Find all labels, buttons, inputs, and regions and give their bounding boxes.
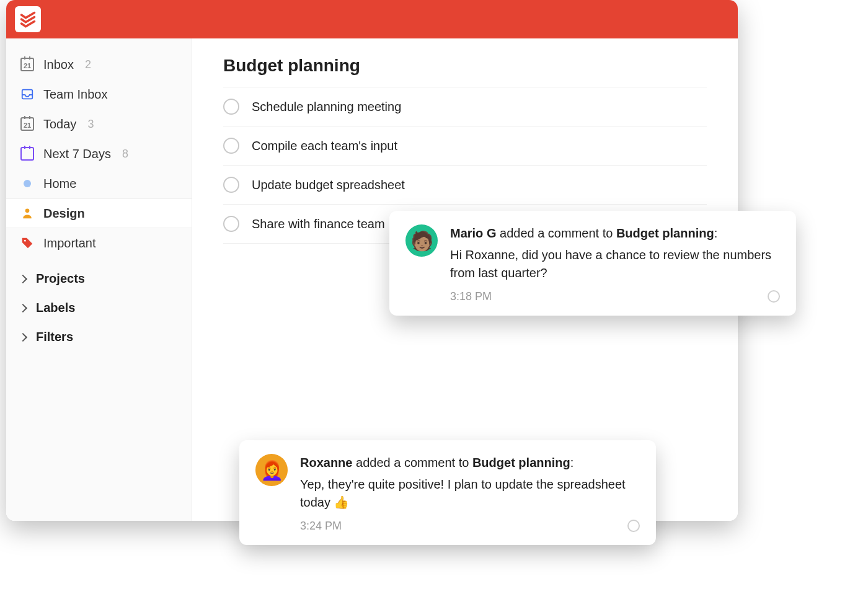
task-checkbox-icon[interactable] bbox=[223, 216, 239, 232]
avatar-emoji: 🧑🏽 bbox=[410, 230, 433, 252]
sidebar-item-home[interactable]: Home bbox=[6, 169, 192, 198]
sidebar-section-label: Projects bbox=[36, 272, 85, 286]
task-row[interactable]: Update budget spreadsheet bbox=[223, 166, 707, 205]
sidebar-item-label: Team Inbox bbox=[43, 87, 107, 102]
chevron-right-icon bbox=[19, 332, 27, 341]
notification-heading: Mario G added a comment to Budget planni… bbox=[450, 224, 780, 242]
today-calendar-icon: 21 bbox=[20, 117, 35, 131]
task-row[interactable]: Compile each team's input bbox=[223, 126, 707, 166]
svg-point-2 bbox=[24, 240, 26, 242]
task-title: Schedule planning meeting bbox=[252, 100, 401, 114]
notification-time: 3:24 PM bbox=[300, 518, 342, 534]
sidebar-section-label: Filters bbox=[36, 330, 73, 344]
sidebar-section-labels[interactable]: Labels bbox=[6, 293, 192, 322]
notification-project: Budget planning bbox=[616, 226, 714, 240]
task-checkbox-icon[interactable] bbox=[223, 138, 239, 154]
avatar-emoji: 👩‍🦰 bbox=[260, 459, 283, 481]
person-icon bbox=[20, 206, 35, 221]
chevron-right-icon bbox=[19, 303, 27, 312]
task-title: Update budget spreadsheet bbox=[252, 178, 405, 192]
notification-message: Hi Roxanne, did you have a chance to rev… bbox=[450, 246, 780, 282]
avatar: 👩‍🦰 bbox=[255, 454, 288, 486]
sidebar-item-today[interactable]: 21 Today 3 bbox=[6, 109, 192, 139]
task-row[interactable]: Schedule planning meeting bbox=[223, 87, 707, 126]
notification-message: Yep, they're quite positive! I plan to u… bbox=[300, 476, 640, 512]
titlebar bbox=[6, 0, 738, 38]
sidebar: 21 Inbox 2 Team Inbox 21 Today 3 bbox=[6, 38, 192, 521]
task-checkbox-icon[interactable] bbox=[223, 99, 239, 115]
notification-card[interactable]: 🧑🏽 Mario G added a comment to Budget pla… bbox=[389, 211, 796, 316]
notification-time: 3:18 PM bbox=[450, 288, 492, 304]
sidebar-item-inbox[interactable]: 21 Inbox 2 bbox=[6, 50, 192, 79]
task-checkbox-icon[interactable] bbox=[223, 177, 239, 193]
notification-action: added a comment to bbox=[496, 226, 616, 240]
sidebar-item-count: 2 bbox=[85, 58, 91, 71]
notification-footer: 3:18 PM bbox=[450, 288, 780, 304]
task-title: Compile each team's input bbox=[252, 139, 397, 153]
notification-body: Mario G added a comment to Budget planni… bbox=[450, 224, 780, 304]
notification-heading: Roxanne added a comment to Budget planni… bbox=[300, 454, 640, 472]
sidebar-item-team-inbox[interactable]: Team Inbox bbox=[6, 79, 192, 109]
chevron-right-icon bbox=[19, 274, 27, 283]
inbox-calendar-icon: 21 bbox=[20, 57, 35, 72]
tag-icon bbox=[20, 236, 35, 251]
avatar: 🧑🏽 bbox=[405, 224, 438, 257]
sidebar-item-important[interactable]: Important bbox=[6, 228, 192, 258]
app-logo-icon bbox=[15, 6, 41, 32]
project-dot-icon bbox=[20, 176, 35, 191]
notification-action: added a comment to bbox=[352, 456, 472, 469]
sidebar-item-label: Inbox bbox=[43, 58, 74, 72]
sidebar-item-label: Today bbox=[43, 117, 76, 131]
sidebar-section-label: Labels bbox=[36, 301, 75, 315]
sidebar-item-design[interactable]: Design bbox=[6, 198, 192, 228]
mark-read-icon[interactable] bbox=[768, 290, 780, 303]
team-inbox-icon bbox=[20, 87, 35, 102]
sidebar-item-count: 8 bbox=[122, 148, 128, 161]
notification-author: Roxanne bbox=[300, 456, 352, 469]
sidebar-item-label: Next 7 Days bbox=[43, 147, 111, 161]
sidebar-item-label: Home bbox=[43, 177, 76, 191]
project-title: Budget planning bbox=[223, 56, 707, 76]
sidebar-item-label: Important bbox=[43, 236, 95, 251]
task-title: Share with finance team bbox=[252, 217, 385, 231]
notification-project: Budget planning bbox=[472, 456, 570, 469]
notification-body: Roxanne added a comment to Budget planni… bbox=[300, 454, 640, 534]
sidebar-section-projects[interactable]: Projects bbox=[6, 264, 192, 293]
mark-read-icon[interactable] bbox=[627, 520, 640, 532]
notification-author: Mario G bbox=[450, 226, 496, 240]
sidebar-item-label: Design bbox=[43, 206, 85, 221]
sidebar-item-next-7-days[interactable]: Next 7 Days 8 bbox=[6, 139, 192, 169]
notification-footer: 3:24 PM bbox=[300, 518, 640, 534]
notification-card[interactable]: 👩‍🦰 Roxanne added a comment to Budget pl… bbox=[239, 440, 656, 545]
svg-point-1 bbox=[25, 209, 30, 213]
next7days-calendar-icon bbox=[20, 146, 35, 161]
sidebar-section-filters[interactable]: Filters bbox=[6, 322, 192, 352]
sidebar-item-count: 3 bbox=[87, 118, 94, 131]
